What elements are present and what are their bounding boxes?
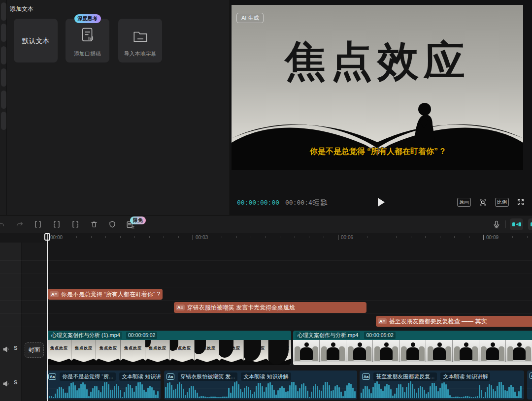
track-header-column — [0, 243, 21, 401]
video-thumbnail-strip: 焦点效应焦点效应焦点效应焦点效应焦点效应焦点效应焦点效应焦点效应焦点效应焦点效应 — [47, 340, 291, 365]
split-delete-right-icon[interactable] — [71, 220, 80, 229]
ruler-tick — [295, 236, 295, 238]
ruler-label: 00:03 — [193, 235, 208, 240]
audio-clip-2[interactable]: Aa 穿错衣服怕被嘲笑 发... 文本朗读 知识讲解 — [164, 370, 357, 400]
track-header-inner-column — [21, 243, 48, 401]
video-filename: 心理文案创作与分析.mp4 — [296, 332, 360, 339]
video-thumbnail: 焦点效应 — [145, 340, 170, 365]
split-delete-left-icon[interactable] — [52, 220, 61, 229]
ruler-tick — [353, 236, 353, 238]
video-track-solo-button[interactable]: S — [14, 345, 17, 351]
audio-clip-tag: 文本朗读 知识讲解 — [440, 372, 490, 381]
ruler-tick — [251, 236, 251, 238]
video-thumbnail: 焦点效应 — [244, 340, 268, 365]
ruler-tick — [324, 236, 324, 238]
text-clip-3[interactable]: A≡ 甚至发朋友圈都要反复检查 —— 其实 — [376, 316, 532, 327]
timeline: 00:0000:0300:0600:09 S 封面 S A≡ 你是不是总觉得 “… — [0, 233, 532, 401]
ruler-tick — [469, 236, 469, 238]
sidebar-item-partial[interactable] — [1, 91, 6, 109]
preview-controls: 00:00:00:00 00:00:49:11 原画 比例 — [230, 193, 532, 211]
ruler-tick — [527, 236, 528, 238]
ruler-tick — [236, 236, 237, 238]
audio-clip-3[interactable]: Aa 甚至发朋友圈都要反复... 文本朗读 知识讲解 — [360, 370, 524, 400]
video-thumbnail — [426, 340, 453, 365]
video-preview: AI 生成 焦点效应 你是不是总觉得 “所有人都在盯着你” ? — [232, 5, 523, 170]
aspect-ratio-button[interactable]: 比例 — [495, 198, 509, 207]
timeline-toolbar: 限免 — [0, 215, 532, 234]
video-thumbnail — [399, 340, 426, 365]
ruler-tick — [120, 236, 121, 238]
audio-text-icon: Aa — [166, 373, 174, 380]
text-clip-label: 穿错衣服怕被嘲笑 发言卡壳觉得全桌尴尬 — [187, 304, 295, 312]
panel-title: 添加文本 — [10, 5, 33, 13]
play-button[interactable] — [378, 198, 385, 207]
ruler-tick — [266, 236, 266, 238]
split-icon[interactable] — [33, 220, 42, 229]
video-thumbnail — [479, 340, 506, 365]
ruler-tick — [498, 236, 499, 238]
video-thumbnail: 焦点效应 — [71, 340, 96, 365]
sidebar-item-partial[interactable] — [1, 46, 6, 64]
video-clip-1[interactable]: 心理文案创作与分析 (1).mp4 00:00:05:02 焦点效应焦点效应焦点… — [47, 331, 291, 365]
timeline-ruler[interactable]: 00:0000:0300:0600:09 — [0, 233, 532, 243]
undo-icon[interactable] — [0, 220, 5, 229]
magnetic-link-toggle[interactable] — [510, 218, 523, 230]
cover-button[interactable]: 封面 — [25, 342, 44, 358]
audio-track-mute-icon[interactable] — [3, 380, 10, 386]
microphone-icon[interactable] — [492, 220, 500, 229]
text-clip-1[interactable]: A≡ 你是不是总觉得 “所有人都在盯着你” ? — [48, 289, 163, 300]
ruler-tick — [440, 236, 440, 238]
audio-track-solo-button[interactable]: S — [14, 379, 17, 385]
video-thumbnail — [346, 340, 373, 365]
redo-icon[interactable] — [15, 220, 24, 229]
audio-clip-1[interactable]: Aa 你是不是总觉得 “所... 文本朗读 知识讲解 — [46, 370, 161, 400]
collapsed-sidebar — [0, 0, 7, 215]
text-clip-2[interactable]: A≡ 穿错衣服怕被嘲笑 发言卡壳觉得全桌尴尬 — [174, 302, 366, 313]
ruler-tick — [164, 236, 164, 238]
delete-icon[interactable] — [90, 220, 99, 229]
ruler-tick — [454, 236, 455, 238]
ruler-label: 00:06 — [338, 235, 353, 240]
focus-zoom-icon[interactable] — [478, 198, 488, 207]
video-duration: 00:00:05:02 — [364, 332, 395, 339]
video-thumbnail: 焦点效应 — [96, 340, 121, 365]
playhead-handle[interactable] — [44, 233, 50, 241]
audio-clip-title: 穿错衣服怕被嘲笑 发... — [178, 372, 237, 381]
ruler-tick — [91, 236, 92, 238]
add-voiceover-script-card[interactable]: 深度思考 添加口播稿 — [66, 19, 109, 62]
quality-lines-icon[interactable] — [315, 199, 326, 206]
default-text-card[interactable]: 默认文本 — [14, 19, 58, 62]
sidebar-item-partial[interactable] — [1, 112, 6, 130]
audio-text-icon: Aa — [530, 372, 532, 379]
limited-free-badge: 限免 — [130, 216, 146, 224]
folder-icon — [132, 30, 149, 45]
audio-waveform — [47, 380, 160, 398]
video-clip-2[interactable]: 心理文案创作与分析.mp4 00:00:05:02 — [293, 331, 532, 365]
video-thumbnail: 焦点效应 — [170, 340, 195, 365]
audio-clip-4-partial[interactable]: Aa — [527, 370, 532, 400]
text-clip-icon: A≡ — [378, 318, 387, 324]
ruler-tick — [309, 236, 309, 238]
sidebar-item-partial[interactable] — [1, 68, 6, 87]
shield-icon[interactable] — [108, 220, 117, 229]
video-thumbnail: 焦点效应 — [195, 340, 219, 365]
audio-clip-tag: 文本朗读 知识讲解 — [241, 372, 291, 381]
ruler-tick — [425, 236, 426, 238]
video-thumbnail-strip — [293, 340, 532, 365]
video-editor-window: 添加文本 默认文本 深度思考 添加口播稿 导入本地字幕 — [0, 0, 532, 401]
video-subtitle-text: 你是不是总觉得 “所有人都在盯着你” ? — [232, 147, 523, 157]
ruler-tick — [105, 236, 106, 238]
ruler-tick — [149, 236, 150, 238]
sidebar-item-partial[interactable] — [1, 2, 6, 21]
preview-panel: AI 生成 焦点效应 你是不是总觉得 “所有人都在盯着你” ? 00:00:00… — [230, 0, 532, 215]
sidebar-item-partial[interactable] — [1, 24, 6, 42]
playhead-line — [47, 233, 48, 401]
snap-toggle[interactable] — [528, 218, 532, 230]
toolbar-divider — [505, 220, 506, 228]
fullscreen-icon[interactable] — [516, 198, 525, 207]
import-subtitles-card[interactable]: 导入本地字幕 — [118, 19, 162, 62]
video-thumbnail: 焦点效应 — [219, 340, 244, 365]
video-track-mute-icon[interactable] — [3, 345, 10, 351]
audio-clip-title: 甚至发朋友圈都要反复... — [373, 372, 437, 381]
original-quality-button[interactable]: 原画 — [457, 198, 471, 207]
